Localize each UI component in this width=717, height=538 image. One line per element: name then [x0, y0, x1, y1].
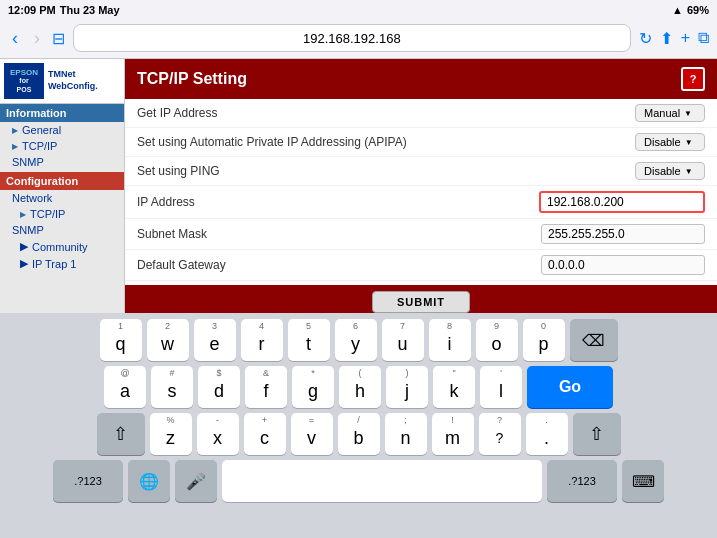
dropdown-get-ip[interactable]: Manual ▼: [635, 104, 705, 122]
space-key[interactable]: [222, 460, 542, 502]
sidebar-item-tcpip-info[interactable]: ▶ TCP/IP: [0, 138, 124, 154]
time: 12:09 PM: [8, 4, 56, 16]
ip-address-input[interactable]: [539, 191, 705, 213]
sidebar-item-iptrap[interactable]: ▶ IP Trap 1: [0, 255, 124, 272]
key-m[interactable]: !m: [432, 413, 474, 455]
main-content: EPSON for POS TMNet WebConfig. Informati…: [0, 59, 717, 313]
shift-key[interactable]: ⇧: [97, 413, 145, 455]
control-get-ip: Manual ▼: [635, 104, 705, 122]
sidebar-item-network[interactable]: Network: [0, 190, 124, 206]
status-time: 12:09 PM Thu 23 May: [8, 4, 120, 16]
page-header: TCP/IP Setting ?: [125, 59, 717, 99]
keyboard-number-row: 1q 2w 3e 4r 5t 6y 7u 8i 9o 0p ⌫: [4, 319, 713, 361]
arrow-icon: ▶: [12, 142, 18, 151]
arrow-icon: ▶: [12, 126, 18, 135]
label-gateway: Default Gateway: [137, 258, 541, 272]
tabs-button[interactable]: ⧉: [698, 29, 709, 47]
date: Thu 23 May: [60, 4, 120, 16]
key-b[interactable]: /b: [338, 413, 380, 455]
form-row-get-ip: Get IP Address Manual ▼: [125, 99, 717, 128]
bookmarks-button[interactable]: ⊟: [52, 29, 65, 48]
key-z[interactable]: %z: [150, 413, 192, 455]
chevron-down-icon: ▼: [685, 167, 693, 176]
sidebar-item-snmp-info[interactable]: SNMP: [0, 154, 124, 170]
key-c[interactable]: +c: [244, 413, 286, 455]
key-3[interactable]: 3e: [194, 319, 236, 361]
key-v[interactable]: =v: [291, 413, 333, 455]
key-question[interactable]: ??: [479, 413, 521, 455]
key-j[interactable]: )j: [386, 366, 428, 408]
delete-key[interactable]: ⌫: [570, 319, 618, 361]
key-s[interactable]: #s: [151, 366, 193, 408]
form-row-gateway: Default Gateway: [125, 250, 717, 281]
status-right: ▲ 69%: [672, 4, 709, 16]
key-f[interactable]: &f: [245, 366, 287, 408]
key-h[interactable]: (h: [339, 366, 381, 408]
label-apipa: Set using Automatic Private IP Addressin…: [137, 135, 635, 149]
key-0[interactable]: 0p: [523, 319, 565, 361]
battery: 69%: [687, 4, 709, 16]
label-ping: Set using PING: [137, 164, 635, 178]
form-row-ping: Set using PING Disable ▼: [125, 157, 717, 186]
key-g[interactable]: *g: [292, 366, 334, 408]
label-ip-address: IP Address: [137, 195, 539, 209]
key-9[interactable]: 9o: [476, 319, 518, 361]
key-l[interactable]: 'l: [480, 366, 522, 408]
subnet-input[interactable]: [541, 224, 705, 244]
gateway-input[interactable]: [541, 255, 705, 275]
control-ip-address: [539, 191, 705, 213]
sidebar: EPSON for POS TMNet WebConfig. Informati…: [0, 59, 125, 313]
key-a[interactable]: @a: [104, 366, 146, 408]
key-1[interactable]: 1q: [100, 319, 142, 361]
shift-key-right[interactable]: ⇧: [573, 413, 621, 455]
control-gateway: [541, 255, 705, 275]
chevron-down-icon: ▼: [685, 138, 693, 147]
forward-button[interactable]: ›: [30, 29, 44, 47]
control-ping: Disable ▼: [635, 162, 705, 180]
numbers-key-right[interactable]: .?123: [547, 460, 617, 502]
key-6[interactable]: 6y: [335, 319, 377, 361]
key-8[interactable]: 8i: [429, 319, 471, 361]
numbers-key-left[interactable]: .?123: [53, 460, 123, 502]
key-4[interactable]: 4r: [241, 319, 283, 361]
tmnet-text: TMNet WebConfig.: [48, 69, 98, 92]
key-n[interactable]: ;n: [385, 413, 427, 455]
status-bar: 12:09 PM Thu 23 May ▲ 69%: [0, 0, 717, 20]
label-subnet: Subnet Mask: [137, 227, 541, 241]
keyboard-dismiss-key[interactable]: ⌨: [622, 460, 664, 502]
mic-key[interactable]: 🎤: [175, 460, 217, 502]
globe-key[interactable]: 🌐: [128, 460, 170, 502]
help-icon[interactable]: ?: [681, 67, 705, 91]
sidebar-item-tcpip-config[interactable]: ▶ TCP/IP: [0, 206, 124, 222]
sidebar-item-general[interactable]: ▶ General: [0, 122, 124, 138]
sidebar-section-configuration: Configuration: [0, 172, 124, 190]
new-tab-button[interactable]: +: [681, 29, 690, 47]
back-button[interactable]: ‹: [8, 29, 22, 47]
dropdown-apipa[interactable]: Disable ▼: [635, 133, 705, 151]
chevron-down-icon: ▼: [684, 109, 692, 118]
key-x[interactable]: -x: [197, 413, 239, 455]
go-key[interactable]: Go: [527, 366, 613, 408]
key-7[interactable]: 7u: [382, 319, 424, 361]
wifi-icon: ▲: [672, 4, 683, 16]
form-row-apipa: Set using Automatic Private IP Addressin…: [125, 128, 717, 157]
form-row-subnet: Subnet Mask: [125, 219, 717, 250]
epson-logo-box: EPSON for POS: [4, 63, 44, 99]
key-k[interactable]: "k: [433, 366, 475, 408]
submit-row: SUBMIT: [125, 285, 717, 313]
key-2[interactable]: 2w: [147, 319, 189, 361]
submit-button[interactable]: SUBMIT: [372, 291, 470, 313]
url-bar[interactable]: 192.168.192.168: [73, 24, 631, 52]
key-period[interactable]: ..: [526, 413, 568, 455]
dropdown-ping[interactable]: Disable ▼: [635, 162, 705, 180]
page-title: TCP/IP Setting: [137, 70, 247, 88]
sidebar-logo: EPSON for POS TMNet WebConfig.: [0, 59, 124, 104]
sidebar-section-information: Information: [0, 104, 124, 122]
key-5[interactable]: 5t: [288, 319, 330, 361]
refresh-button[interactable]: ↻: [639, 29, 652, 48]
sidebar-item-snmp-config[interactable]: SNMP: [0, 222, 124, 238]
share-button[interactable]: ⬆: [660, 29, 673, 48]
browser-chrome: ‹ › ⊟ 192.168.192.168 ↻ ⬆ + ⧉: [0, 20, 717, 59]
sidebar-item-community[interactable]: ▶ Community: [0, 238, 124, 255]
key-d[interactable]: $d: [198, 366, 240, 408]
